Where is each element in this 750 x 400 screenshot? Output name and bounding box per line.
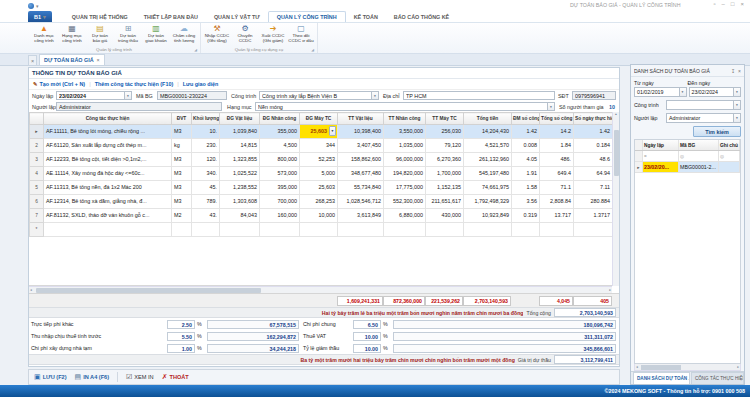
panel-horizontal-scrollbar[interactable]: ◂ ▸: [634, 364, 741, 371]
chevron-down-icon[interactable]: ▾: [679, 88, 686, 96]
chevron-down-icon[interactable]: ▾: [733, 114, 740, 122]
grid-cell[interactable]: 17,775,000: [384, 181, 426, 195]
to-date-combo[interactable]: 23/02/2024 ▾: [689, 87, 742, 97]
grid-cell[interactable]: 3,613,849: [338, 209, 384, 223]
action-link[interactable]: ✎ Tạo mới (Ctrl + N): [33, 81, 85, 87]
grid-cell[interactable]: [172, 223, 192, 237]
grid-cell[interactable]: AF.11313, Bê tông nền, đá 1x2 Mác 200: [44, 181, 172, 195]
grid-cell[interactable]: 340.: [192, 167, 220, 181]
ribbon-button[interactable]: ▲ Danh mục công trình: [30, 23, 58, 46]
grid-cell[interactable]: 700,000: [260, 195, 300, 209]
fee-percent-input[interactable]: 2.50: [167, 320, 195, 329]
ribbon-tab[interactable]: QUẢN LÝ CÔNG TRÌNH: [268, 11, 346, 22]
window-minimize-icon[interactable]: –: [722, 1, 725, 7]
grid-cell[interactable]: 194,820,000: [384, 167, 426, 181]
grid-cell[interactable]: 1,025,522: [220, 167, 260, 181]
participants-value[interactable]: 10: [609, 104, 615, 110]
grid-cell[interactable]: 4,500: [260, 139, 300, 153]
grid-cell[interactable]: 2,808.84: [540, 195, 574, 209]
grid-cell[interactable]: [540, 223, 574, 237]
grid-cell[interactable]: 14,204,430: [464, 125, 512, 139]
horizontal-scrollbar[interactable]: ◂ ▸: [29, 286, 612, 293]
chevron-down-icon[interactable]: ▾: [124, 92, 131, 99]
document-tab[interactable]: DỰ TOÁN BÁO GIÁ ×: [39, 54, 105, 65]
grid-cell[interactable]: 0.319: [512, 209, 540, 223]
quote-note-cell[interactable]: [719, 162, 740, 172]
window-maximize-icon[interactable]: □: [731, 1, 735, 7]
fee-percent-input[interactable]: 10.00: [353, 344, 381, 353]
scrollbar-thumb[interactable]: [36, 288, 261, 293]
grid-cell[interactable]: [384, 223, 426, 237]
window-restore-icon[interactable]: ▫: [713, 1, 715, 7]
filter-equals-icon[interactable]: =: [643, 151, 679, 161]
panel-tab[interactable]: CÔNG TÁC THỰC HIỆN: [691, 372, 744, 384]
pin-icon[interactable]: ↧: [731, 68, 735, 74]
search-button[interactable]: Tìm kiếm: [693, 126, 741, 137]
grid-cell[interactable]: 43.: [192, 209, 220, 223]
grid-cell[interactable]: 25,603: [300, 181, 338, 195]
column-header[interactable]: TT Máy TC: [426, 113, 464, 125]
column-header[interactable]: TT Vật liệu: [338, 113, 384, 125]
grid-cell[interactable]: 158,862,600: [338, 153, 384, 167]
grid-cell[interactable]: 10,398,400: [338, 125, 384, 139]
grid-cell[interactable]: M3: [172, 125, 192, 139]
ribbon-tab[interactable]: QUẢN TRỊ HỆ THỐNG: [64, 11, 136, 22]
filter-icon[interactable]: ◎: [719, 151, 740, 161]
auto-filter-row[interactable]: = ◎ ◎: [635, 151, 740, 162]
grid-cell[interactable]: 14,815: [220, 139, 260, 153]
grid-cell[interactable]: [44, 223, 172, 237]
project-combo[interactable]: Công trình xây lắp Bệnh Viện B ▾: [259, 91, 379, 100]
grid-cell[interactable]: 1,303,608: [220, 195, 260, 209]
address-field[interactable]: TP HCM: [403, 91, 555, 100]
grid-cell[interactable]: 280.884: [574, 195, 613, 209]
grid-cell[interactable]: AE.11114, Xây móng đá hộc dày <=60c...: [44, 167, 172, 181]
grid-cell[interactable]: 3,407,450: [338, 139, 384, 153]
table-row[interactable]: 3AF.12233, Bê tông cột, tiết diện >0,1m2…: [30, 153, 613, 167]
project-filter-combo[interactable]: ▾: [666, 100, 741, 110]
ribbon-tab[interactable]: BÁO CÁO THỐNG KÊ: [386, 11, 457, 22]
grid-cell[interactable]: M3: [172, 181, 192, 195]
grid-cell[interactable]: AF.11111, Bê tông lót móng, chiều rộng .…: [44, 125, 172, 139]
ribbon-button[interactable]: ▥ Dự toán giao khoán: [142, 23, 170, 46]
grid-cell[interactable]: 430,000: [426, 209, 464, 223]
grid-cell[interactable]: 1,238,552: [220, 181, 260, 195]
grid-cell[interactable]: 1,792,498,329: [464, 195, 512, 209]
grid-cell[interactable]: 25,603▾: [300, 125, 338, 139]
grid-cell[interactable]: 79,120: [426, 139, 464, 153]
grid-cell[interactable]: 1,035,000: [384, 139, 426, 153]
grid-cell[interactable]: 1,323,855: [220, 153, 260, 167]
chevron-down-icon[interactable]: ▾: [733, 101, 740, 109]
grid-cell[interactable]: 74,661,975: [464, 181, 512, 195]
grid-cell[interactable]: AF.61120, Sản xuất lắp dựng cốt thép m..…: [44, 139, 172, 153]
close-all-tabs-button[interactable]: ×: [28, 55, 37, 65]
grid-cell[interactable]: AF.12233, Bê tông cột, tiết diện >0,1m2,…: [44, 153, 172, 167]
ribbon-tab[interactable]: QUẢN LÝ VẬT TƯ: [206, 11, 268, 22]
grid-cell[interactable]: 486.: [540, 153, 574, 167]
quote-code-cell[interactable]: MBG00001-2...: [679, 162, 719, 172]
grid-cell[interactable]: 230.: [192, 139, 220, 153]
ribbon-button[interactable]: ⚙ Chuyển CCDC: [231, 23, 259, 46]
quote-date-cell[interactable]: 23/02/20...: [643, 162, 679, 172]
column-header[interactable]: Công tác thực hiện: [44, 113, 172, 125]
fee-percent-input[interactable]: 5.50: [167, 332, 195, 341]
footer-button[interactable]: ▣ LƯU (F2): [34, 373, 67, 381]
fee-percent-input[interactable]: 10.00: [353, 332, 381, 341]
grid-cell[interactable]: 1.42: [574, 125, 613, 139]
grid-cell[interactable]: 552,300,000: [384, 195, 426, 209]
fee-percent-input[interactable]: 1.00: [167, 344, 195, 353]
grid-cell[interactable]: 4,521,570: [464, 139, 512, 153]
grid-cell[interactable]: 120.: [192, 153, 220, 167]
grid-cell[interactable]: 10,923,849: [464, 209, 512, 223]
grid-cell[interactable]: 649.4: [540, 167, 574, 181]
chevron-down-icon[interactable]: ▾: [733, 88, 740, 96]
column-header[interactable]: Mã BG: [679, 140, 719, 150]
grid-cell[interactable]: 7.11: [574, 181, 613, 195]
grid-cell[interactable]: 45.: [192, 181, 220, 195]
column-header[interactable]: Tổng số công: [540, 113, 574, 125]
action-link[interactable]: Lưu giao diện: [183, 81, 219, 87]
grid-cell[interactable]: AF.81132, SXLD, tháo dỡ ván khuôn gỗ c..…: [44, 209, 172, 223]
grid-cell[interactable]: 10.: [192, 125, 220, 139]
quick-access-toolbar[interactable]: ▾: [28, 3, 39, 9]
grid-cell[interactable]: 4.05: [512, 153, 540, 167]
grid-cell[interactable]: 64.94: [574, 167, 613, 181]
